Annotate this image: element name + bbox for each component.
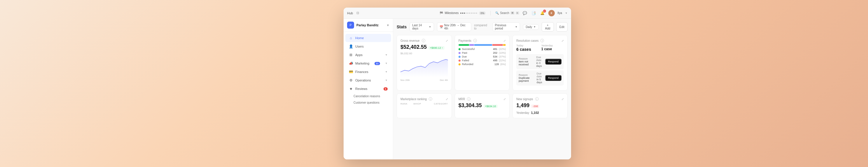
sidebar-item-apps[interactable]: ⊞ Apps ▼ bbox=[345, 51, 391, 59]
users-icon: 👤 bbox=[349, 45, 353, 49]
marketplace-ranking-expand-icon[interactable]: ⤢ bbox=[446, 98, 448, 101]
legend-name-due: Due bbox=[462, 55, 492, 58]
milestone-dot-5 bbox=[467, 12, 468, 14]
bookmark-button[interactable]: 📑 bbox=[531, 10, 537, 16]
home-icon: ⌂ bbox=[349, 36, 353, 40]
edit-button[interactable]: Edit bbox=[556, 22, 567, 31]
yesterday-label: Yesterday bbox=[541, 44, 564, 47]
cancelation-reasons-label: Cancelation reasons bbox=[353, 94, 380, 98]
message-button[interactable]: 💬 bbox=[522, 10, 528, 16]
daily-label: Daily bbox=[526, 25, 532, 29]
new-signups-expand-icon[interactable]: ⤢ bbox=[561, 98, 564, 101]
milestone-dot-8 bbox=[472, 12, 474, 14]
milestone-dot-1 bbox=[460, 12, 461, 14]
legend-pct-failed: (22%) bbox=[499, 59, 506, 62]
case-2-respond-button[interactable]: Respond bbox=[545, 75, 561, 81]
search-icon: 🔍 bbox=[495, 11, 499, 15]
new-signups-info-icon[interactable]: i bbox=[535, 97, 539, 101]
previous-period-pill[interactable]: Previous period ▼ bbox=[492, 23, 520, 31]
resolution-cases-expand-icon[interactable]: ⤢ bbox=[561, 39, 564, 42]
resolution-cases-info-icon[interactable]: i bbox=[540, 39, 544, 42]
payment-bar bbox=[459, 44, 506, 46]
sidebar-item-cancelation-reasons[interactable]: Cancelation reasons bbox=[345, 93, 391, 99]
milestone-dot-7 bbox=[471, 12, 472, 14]
new-signups-yesterday-value: 1,102 bbox=[531, 111, 539, 114]
new-signups-yesterday-label: Yesterday bbox=[516, 111, 529, 114]
payments-expand-icon[interactable]: ⤢ bbox=[503, 39, 506, 42]
legend-row-failed: Failed 495 (22%) bbox=[459, 59, 506, 62]
header-actions: + Add Edit bbox=[541, 22, 567, 31]
mrr-card: MRR i ⤢ $3,304.35 +$634.10 bbox=[455, 93, 510, 118]
previous-period-label: Previous period bbox=[495, 24, 514, 30]
mrr-info-icon[interactable]: i bbox=[467, 97, 470, 101]
chart-x-start: Nov 20th bbox=[400, 79, 410, 81]
legend-count-failed: 495 bbox=[493, 59, 497, 62]
resolution-grid: Today 6 cases Yesterday 1 case bbox=[516, 44, 564, 52]
avatar[interactable]: Il bbox=[548, 10, 555, 16]
gross-revenue-card: Gross revenue i ⤢ $52,402.55 +$690.12 ↑ … bbox=[397, 35, 452, 90]
case-1-reason: Item not received bbox=[519, 60, 532, 66]
legend-row-past: Past 202 (10%) bbox=[459, 51, 506, 54]
search-button[interactable]: 🔍 Search ⌘ K bbox=[495, 11, 519, 15]
new-signups-card: New signups i ⤢ 1,499 -398 Yesterday 1,1… bbox=[513, 93, 567, 118]
nav-label-reviews: Reviews bbox=[355, 87, 368, 90]
case-1-respond-button[interactable]: Respond bbox=[545, 59, 561, 64]
milestone-dot-3 bbox=[464, 12, 465, 14]
legend-name-past: Past bbox=[462, 51, 492, 54]
user-name: Ilya bbox=[558, 11, 562, 15]
filter-date-label: Last 14 days bbox=[412, 24, 428, 30]
nav-label-finances: Finances bbox=[355, 70, 368, 74]
finances-icon: 💳 bbox=[349, 70, 353, 74]
daily-pill[interactable]: Daily ▼ bbox=[523, 24, 538, 30]
filter-date-pill[interactable]: Last 14 days ▼ bbox=[409, 23, 434, 31]
sidebar-item-finances[interactable]: 💳 Finances ▼ bbox=[345, 68, 391, 76]
milestone-percent: 0% bbox=[479, 11, 486, 15]
marketplace-ranking-info-icon[interactable]: i bbox=[429, 97, 432, 101]
sidebar-item-operations[interactable]: ⚙ Operations ▼ bbox=[345, 76, 391, 84]
marketplace-ranking-card: Marketplace ranking i ⤢ RANK WHOP CATEGO… bbox=[397, 93, 452, 118]
add-button[interactable]: + Add bbox=[541, 22, 554, 31]
reviews-badge: 6 bbox=[383, 87, 388, 90]
bar-failed bbox=[492, 44, 503, 46]
notification-button[interactable]: 🔔 20 bbox=[539, 10, 546, 16]
operations-icon: ⚙ bbox=[349, 78, 353, 82]
stats-title: Stats bbox=[397, 25, 407, 29]
sidebar-item-marketing[interactable]: 📣 Marketing 11 ▼ bbox=[345, 59, 391, 67]
gross-revenue-info-icon[interactable]: i bbox=[422, 39, 425, 42]
chart-x-end: Dec 4th bbox=[440, 79, 448, 81]
nav-label-marketing: Marketing bbox=[355, 62, 369, 65]
legend-pct-due: (37%) bbox=[499, 55, 506, 58]
sidebar-item-users[interactable]: 👤 Users bbox=[345, 42, 391, 51]
daily-chevron: ▼ bbox=[533, 25, 536, 28]
case-item-2: Reason Duplicate payment Due date in 5 d… bbox=[516, 71, 564, 86]
sidebar-brand[interactable]: P Parlay Banditz ▼ bbox=[344, 19, 393, 32]
brand-chevron: ▼ bbox=[386, 24, 390, 27]
marketing-chevron: ▼ bbox=[385, 62, 388, 65]
top-bar-actions: 🔍 Search ⌘ K 💬 📑 🔔 20 Il Ilya ▼ bbox=[495, 10, 567, 16]
resolution-cases-label: Resolution cases bbox=[516, 39, 538, 42]
sidebar-item-reviews[interactable]: ★ Reviews 6 bbox=[345, 85, 391, 93]
resolution-cases-list: Reason Item not received Due date in 3 d… bbox=[516, 54, 564, 86]
bookmark-icon: 📑 bbox=[531, 11, 536, 15]
sidebar-item-home[interactable]: ⌂ Home bbox=[345, 34, 391, 42]
case-2-reason-label: Reason bbox=[519, 74, 532, 77]
mrr-label: MRR bbox=[459, 98, 465, 101]
sidebar-item-customer-questions[interactable]: Customer questions bbox=[345, 100, 391, 106]
legend-count-due: 534 bbox=[493, 55, 497, 58]
filter-range-pill[interactable]: 📅 Nov 20th → Dec 4th bbox=[437, 23, 471, 31]
milestone-dot-10 bbox=[476, 12, 477, 14]
nav-label-operations: Operations bbox=[355, 79, 371, 82]
new-signups-today-change: -398 bbox=[531, 105, 539, 108]
payments-info-icon[interactable]: i bbox=[473, 39, 477, 42]
payments-header: Payments i ⤢ bbox=[459, 39, 506, 42]
mrr-header: MRR i ⤢ bbox=[459, 97, 506, 101]
mrr-expand-icon[interactable]: ⤢ bbox=[503, 98, 506, 101]
nav-label-home: Home bbox=[355, 36, 364, 40]
bar-refunded bbox=[503, 44, 506, 46]
gross-revenue-expand-icon[interactable]: ⤢ bbox=[446, 39, 448, 42]
legend-pct-successful: (22%) bbox=[499, 48, 506, 51]
gross-revenue-chart: Nov 20th Dec 4th bbox=[400, 57, 448, 77]
message-icon: 💬 bbox=[523, 11, 527, 15]
sidebar: P Parlay Banditz ▼ ⌂ Home 👤 Users ⊞ Apps bbox=[344, 19, 393, 159]
bar-due bbox=[474, 44, 492, 46]
